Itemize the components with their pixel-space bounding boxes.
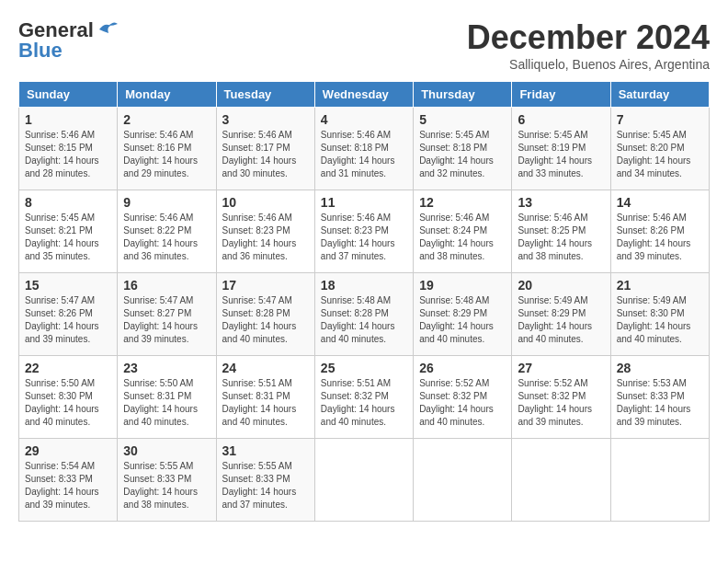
calendar-cell: 28Sunrise: 5:53 AM Sunset: 8:33 PM Dayli… [610,356,709,439]
day-number: 26 [419,361,506,375]
day-info: Sunrise: 5:45 AM Sunset: 8:18 PM Dayligh… [419,130,494,178]
day-info: Sunrise: 5:46 AM Sunset: 8:16 PM Dayligh… [123,130,198,178]
day-info: Sunrise: 5:51 AM Sunset: 8:32 PM Dayligh… [321,378,395,427]
day-number: 2 [123,112,210,127]
logo: General Blue [18,18,118,63]
day-number: 12 [419,195,506,210]
day-number: 25 [321,361,407,375]
month-title: December 2024 [467,18,710,57]
calendar-cell [414,439,512,522]
day-number: 31 [222,443,309,458]
logo-blue: Blue [18,39,63,63]
day-info: Sunrise: 5:45 AM Sunset: 8:21 PM Dayligh… [25,213,99,261]
day-number: 15 [25,278,111,293]
calendar-cell: 22Sunrise: 5:50 AM Sunset: 8:30 PM Dayli… [19,356,118,439]
weekday-header-thursday: Thursday [414,82,512,108]
day-number: 6 [518,112,604,127]
day-number: 29 [25,443,111,458]
calendar-cell: 18Sunrise: 5:48 AM Sunset: 8:28 PM Dayli… [314,273,413,356]
calendar-cell: 26Sunrise: 5:52 AM Sunset: 8:32 PM Dayli… [414,356,512,439]
calendar-cell: 10Sunrise: 5:46 AM Sunset: 8:23 PM Dayli… [216,190,314,273]
day-number: 17 [222,278,309,293]
day-number: 24 [222,361,309,375]
day-info: Sunrise: 5:45 AM Sunset: 8:20 PM Dayligh… [617,130,691,178]
day-info: Sunrise: 5:50 AM Sunset: 8:30 PM Dayligh… [25,378,99,427]
day-number: 23 [123,361,210,375]
calendar-cell: 20Sunrise: 5:49 AM Sunset: 8:29 PM Dayli… [512,273,610,356]
calendar-cell: 14Sunrise: 5:46 AM Sunset: 8:26 PM Dayli… [610,190,709,273]
day-info: Sunrise: 5:46 AM Sunset: 8:25 PM Dayligh… [518,213,592,261]
day-info: Sunrise: 5:52 AM Sunset: 8:32 PM Dayligh… [518,378,592,427]
day-info: Sunrise: 5:46 AM Sunset: 8:23 PM Dayligh… [321,213,395,261]
weekday-header-wednesday: Wednesday [314,82,413,108]
title-block: December 2024 Salliquelo, Buenos Aires, … [467,18,710,72]
calendar-cell: 5Sunrise: 5:45 AM Sunset: 8:18 PM Daylig… [414,108,512,190]
day-number: 27 [518,361,604,375]
logo-bird-icon [97,20,118,37]
calendar-cell: 2Sunrise: 5:46 AM Sunset: 8:16 PM Daylig… [118,108,216,190]
calendar-cell: 9Sunrise: 5:46 AM Sunset: 8:22 PM Daylig… [118,190,216,273]
day-number: 11 [321,195,407,210]
weekday-header-friday: Friday [512,82,610,108]
day-info: Sunrise: 5:47 AM Sunset: 8:28 PM Dayligh… [222,295,297,344]
day-info: Sunrise: 5:54 AM Sunset: 8:33 PM Dayligh… [25,461,99,510]
day-info: Sunrise: 5:46 AM Sunset: 8:22 PM Dayligh… [123,213,198,261]
calendar-cell [512,439,610,522]
weekday-header-monday: Monday [118,82,216,108]
calendar-cell: 30Sunrise: 5:55 AM Sunset: 8:33 PM Dayli… [118,439,216,522]
day-number: 9 [123,195,210,210]
calendar-cell: 11Sunrise: 5:46 AM Sunset: 8:23 PM Dayli… [314,190,413,273]
day-info: Sunrise: 5:46 AM Sunset: 8:24 PM Dayligh… [419,213,494,261]
calendar-cell: 4Sunrise: 5:46 AM Sunset: 8:18 PM Daylig… [314,108,413,190]
calendar-cell: 24Sunrise: 5:51 AM Sunset: 8:31 PM Dayli… [216,356,314,439]
day-number: 5 [419,112,506,127]
calendar-cell: 31Sunrise: 5:55 AM Sunset: 8:33 PM Dayli… [216,439,314,522]
day-info: Sunrise: 5:55 AM Sunset: 8:33 PM Dayligh… [222,461,297,510]
calendar-cell: 29Sunrise: 5:54 AM Sunset: 8:33 PM Dayli… [19,439,118,522]
weekday-header-sunday: Sunday [19,82,118,108]
calendar-cell [610,439,709,522]
calendar-cell: 1Sunrise: 5:46 AM Sunset: 8:15 PM Daylig… [19,108,118,190]
day-number: 3 [222,112,309,127]
day-number: 30 [123,443,210,458]
calendar-table: SundayMondayTuesdayWednesdayThursdayFrid… [18,81,710,522]
day-info: Sunrise: 5:46 AM Sunset: 8:17 PM Dayligh… [222,130,297,178]
day-number: 16 [123,278,210,293]
calendar-cell: 6Sunrise: 5:45 AM Sunset: 8:19 PM Daylig… [512,108,610,190]
page-header: General Blue December 2024 Salliquelo, B… [18,18,710,72]
day-number: 28 [617,361,703,375]
calendar-cell: 3Sunrise: 5:46 AM Sunset: 8:17 PM Daylig… [216,108,314,190]
day-number: 8 [25,195,111,210]
day-number: 19 [419,278,506,293]
day-number: 13 [518,195,604,210]
calendar-cell: 13Sunrise: 5:46 AM Sunset: 8:25 PM Dayli… [512,190,610,273]
day-info: Sunrise: 5:48 AM Sunset: 8:29 PM Dayligh… [419,295,494,344]
day-number: 7 [617,112,703,127]
day-info: Sunrise: 5:49 AM Sunset: 8:30 PM Dayligh… [617,295,691,344]
day-number: 18 [321,278,407,293]
calendar-cell [314,439,413,522]
calendar-cell: 15Sunrise: 5:47 AM Sunset: 8:26 PM Dayli… [19,273,118,356]
day-info: Sunrise: 5:52 AM Sunset: 8:32 PM Dayligh… [419,378,494,427]
day-info: Sunrise: 5:51 AM Sunset: 8:31 PM Dayligh… [222,378,297,427]
day-info: Sunrise: 5:55 AM Sunset: 8:33 PM Dayligh… [123,461,198,510]
calendar-cell: 25Sunrise: 5:51 AM Sunset: 8:32 PM Dayli… [314,356,413,439]
day-info: Sunrise: 5:46 AM Sunset: 8:15 PM Dayligh… [25,130,99,178]
day-number: 4 [321,112,407,127]
day-number: 1 [25,112,111,127]
day-number: 22 [25,361,111,375]
calendar-cell: 8Sunrise: 5:45 AM Sunset: 8:21 PM Daylig… [19,190,118,273]
weekday-header-saturday: Saturday [610,82,709,108]
day-number: 20 [518,278,604,293]
day-info: Sunrise: 5:47 AM Sunset: 8:27 PM Dayligh… [123,295,198,344]
weekday-header-tuesday: Tuesday [216,82,314,108]
day-info: Sunrise: 5:46 AM Sunset: 8:18 PM Dayligh… [321,130,395,178]
day-info: Sunrise: 5:50 AM Sunset: 8:31 PM Dayligh… [123,378,198,427]
day-info: Sunrise: 5:45 AM Sunset: 8:19 PM Dayligh… [518,130,592,178]
calendar-cell: 21Sunrise: 5:49 AM Sunset: 8:30 PM Dayli… [610,273,709,356]
calendar-cell: 27Sunrise: 5:52 AM Sunset: 8:32 PM Dayli… [512,356,610,439]
day-number: 10 [222,195,309,210]
day-number: 14 [617,195,703,210]
calendar-cell: 19Sunrise: 5:48 AM Sunset: 8:29 PM Dayli… [414,273,512,356]
calendar-cell: 7Sunrise: 5:45 AM Sunset: 8:20 PM Daylig… [610,108,709,190]
